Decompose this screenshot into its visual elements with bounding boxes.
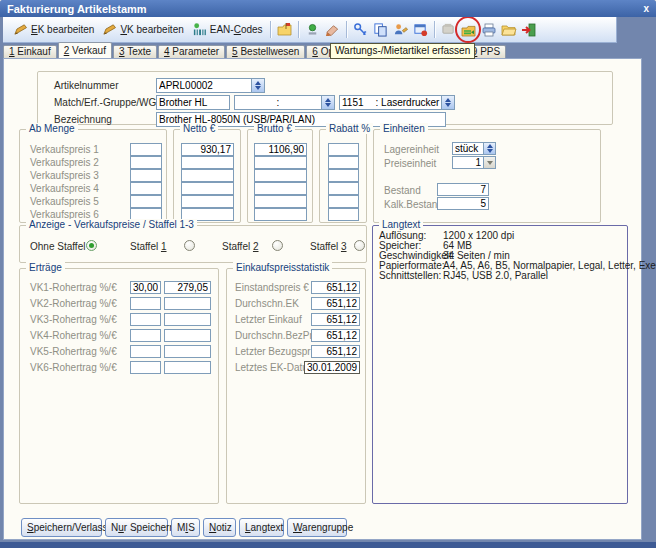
vk4-eur-input[interactable] (164, 329, 211, 342)
nur-speichern-button[interactable]: Nur Speichern (105, 518, 168, 537)
brutto-input-6[interactable] (254, 208, 307, 221)
keys-button[interactable] (351, 20, 371, 40)
vk2-eur-input[interactable] (164, 297, 211, 310)
ean-codes-label: EAN-Codes (210, 24, 263, 35)
ek-bearbeiten-button[interactable]: EK bearbeiten (9, 21, 98, 38)
print-button[interactable] (479, 20, 499, 40)
exit-button[interactable] (519, 20, 539, 40)
netto-input-2[interactable] (181, 156, 234, 169)
netto-input-3[interactable] (181, 169, 234, 182)
vk5-pct-input[interactable] (130, 345, 161, 358)
vk2-pct-input[interactable] (130, 297, 161, 310)
ab-menge-input-5[interactable] (130, 195, 162, 208)
einstandspreis-input[interactable] (311, 281, 360, 294)
mis-button[interactable]: MIS (171, 518, 200, 537)
ab-menge-input-1[interactable] (130, 143, 162, 156)
verkaufspreis3-label: Verkaufspreis 3 (30, 170, 99, 181)
staffel2-label: Staffel 2 (222, 241, 259, 252)
artikelnummer-input[interactable] (156, 78, 252, 93)
copy-button[interactable] (371, 20, 391, 40)
marker-button[interactable] (303, 20, 323, 40)
netto-input-1[interactable] (181, 143, 234, 156)
rabatt-input-3[interactable] (328, 169, 359, 182)
staffel1-radio[interactable] (184, 240, 195, 251)
preiseinheit-dropdown-icon[interactable] (484, 156, 496, 169)
toolbar-separator (270, 21, 272, 38)
close-button[interactable]: x (643, 4, 649, 14)
rabatt-input-5[interactable] (328, 195, 359, 208)
bestand-label: Bestand (384, 185, 421, 196)
user-edit-button[interactable] (391, 20, 411, 40)
match-input[interactable] (156, 95, 230, 110)
einkaufspreisstatistik-title: Einkaufspreisstatistik (233, 262, 332, 273)
vk6-pct-input[interactable] (130, 361, 161, 374)
rabatt-input-4[interactable] (328, 182, 359, 195)
lagereinheit-label: Lagereinheit (384, 144, 439, 155)
artikelnummer-label: Artikelnummer (54, 80, 118, 91)
erf-gruppe-dropdown-icon[interactable] (322, 95, 335, 110)
vk5-eur-input[interactable] (164, 345, 211, 358)
durchschn-ek-input[interactable] (311, 297, 360, 310)
letztes-ek-datum-input[interactable] (304, 361, 360, 374)
title-bar[interactable]: Fakturierung Artikelstamm x (0, 0, 656, 17)
eraser-button[interactable] (323, 20, 343, 40)
erf-gruppe-input[interactable] (234, 95, 322, 110)
vk3-pct-input[interactable] (130, 313, 161, 326)
warengruppe-button[interactable]: Warengruppe (287, 518, 347, 537)
langtext-button[interactable]: Langtext (239, 518, 284, 537)
vk-bearbeiten-button[interactable]: VK bearbeiten (98, 21, 187, 38)
bestand-input[interactable] (437, 183, 489, 196)
vk3-eur-input[interactable] (164, 313, 211, 326)
vk3-rohertrag-label: VK3-Rohertrag %/€ (30, 314, 117, 325)
brutto-input-1[interactable] (254, 143, 307, 156)
ab-menge-input-3[interactable] (130, 169, 162, 182)
ohne-staffel-radio[interactable] (86, 240, 97, 251)
tab-verkauf[interactable]: 2 Verkauf (58, 42, 112, 58)
rabatt-input-1[interactable] (328, 143, 359, 156)
staffel2-radio[interactable] (272, 240, 283, 251)
tool-disabled-icon (441, 22, 456, 37)
artikelnummer-dropdown-icon[interactable] (252, 78, 265, 93)
vk4-pct-input[interactable] (130, 329, 161, 342)
tab-parameter[interactable]: 4 Parameter (158, 45, 225, 58)
kalk-bestand-label: Kalk.Bestand (384, 199, 443, 210)
tab-einkauf[interactable]: 1 Einkauf (3, 45, 57, 58)
kalk-bestand-input[interactable] (437, 197, 489, 210)
brutto-input-5[interactable] (254, 195, 307, 208)
window-close-button[interactable] (411, 20, 431, 40)
ab-menge-input-4[interactable] (130, 182, 162, 195)
staffel3-radio[interactable] (354, 240, 365, 251)
ab-menge-input-2[interactable] (130, 156, 162, 169)
ohne-staffel-label: Ohne Staffel (30, 241, 85, 252)
brutto-input-3[interactable] (254, 169, 307, 182)
tab-texte[interactable]: 3 Texte (113, 45, 157, 58)
einstandspreis-label: Einstandspreis € (235, 282, 309, 293)
open-folder-button[interactable] (499, 20, 519, 40)
netto-input-4[interactable] (181, 182, 234, 195)
warengruppe-dropdown-icon[interactable] (442, 95, 455, 110)
notiz-button[interactable]: Notiz (203, 518, 236, 537)
letzter-bezugspr-input[interactable] (311, 345, 360, 358)
preiseinheit-input[interactable] (452, 156, 484, 169)
lagereinheit-input[interactable] (452, 142, 484, 155)
tool-disabled-button[interactable] (439, 20, 459, 40)
netto-input-5[interactable] (181, 195, 234, 208)
lagereinheit-dropdown-icon[interactable] (484, 142, 496, 155)
maintenance-article-button[interactable] (459, 20, 479, 40)
langtext-group: Langtext Auflösung:1200 x 1200 dpi Speic… (372, 225, 628, 504)
letzter-einkauf-input[interactable] (311, 313, 360, 326)
vk1-eur-input[interactable] (164, 281, 211, 294)
flag-folder-button[interactable] (275, 20, 295, 40)
tab-bestellwesen[interactable]: 5 Bestellwesen (226, 45, 305, 58)
brutto-input-4[interactable] (254, 182, 307, 195)
vk6-eur-input[interactable] (164, 361, 211, 374)
rabatt-input-6[interactable] (328, 208, 359, 221)
durchschn-bezpr-input[interactable] (311, 329, 360, 342)
warengruppe-combo[interactable]: 1151 : Laserdrucker (339, 95, 442, 110)
ean-codes-button[interactable]: EAN-Codes (188, 21, 267, 38)
vk1-pct-input[interactable] (130, 281, 161, 294)
brutto-input-2[interactable] (254, 156, 307, 169)
rabatt-input-2[interactable] (328, 156, 359, 169)
speichern-verlassen-button[interactable]: Speichern/Verlassen (21, 518, 102, 537)
ab-menge-title: Ab Menge (26, 123, 78, 134)
